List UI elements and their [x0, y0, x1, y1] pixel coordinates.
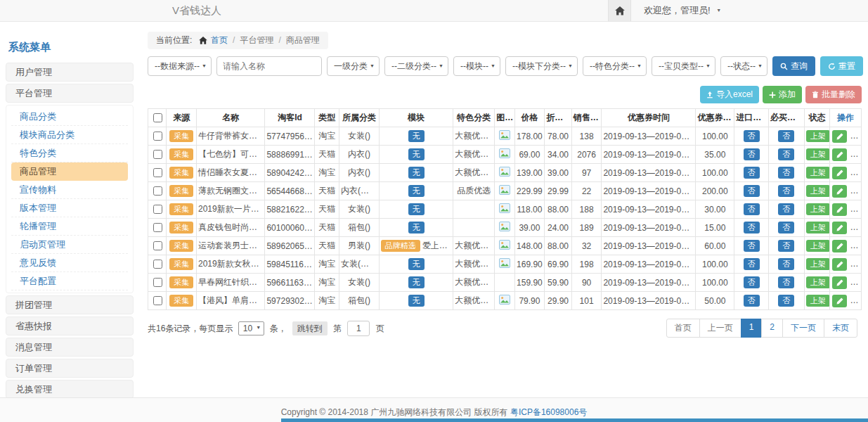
- edit-button[interactable]: [832, 167, 847, 179]
- must-buy-badge[interactable]: 否: [778, 258, 794, 270]
- pager-button[interactable]: 上一页: [699, 319, 741, 338]
- reset-button[interactable]: 重置: [820, 56, 863, 76]
- import-select-badge[interactable]: 否: [744, 240, 760, 252]
- row-checkbox[interactable]: [153, 150, 162, 159]
- status-badge[interactable]: 上架: [806, 240, 830, 252]
- module-sub-select[interactable]: --模块下分类--: [505, 56, 578, 76]
- sidebar-item[interactable]: 商品管理: [11, 162, 128, 181]
- must-buy-badge[interactable]: 否: [778, 203, 794, 215]
- category1-select[interactable]: 一级分类: [327, 56, 380, 76]
- module-select[interactable]: --模块--: [453, 56, 500, 76]
- status-badge[interactable]: 上架: [806, 167, 830, 179]
- add-button[interactable]: 添加: [763, 86, 802, 103]
- import-select-badge[interactable]: 否: [744, 167, 760, 179]
- edit-button[interactable]: [832, 222, 847, 234]
- import-select-badge[interactable]: 否: [744, 276, 760, 288]
- must-buy-badge[interactable]: 否: [778, 276, 794, 288]
- must-buy-badge[interactable]: 否: [778, 130, 794, 142]
- delete-button[interactable]: [851, 203, 862, 216]
- pager-button[interactable]: 下一页: [782, 319, 824, 338]
- name-search-input[interactable]: [216, 56, 322, 76]
- edit-button[interactable]: [832, 240, 847, 252]
- edit-button[interactable]: [832, 185, 847, 198]
- status-badge[interactable]: 上架: [806, 203, 830, 215]
- edit-button[interactable]: [832, 295, 847, 307]
- must-buy-badge[interactable]: 否: [778, 240, 794, 252]
- import-select-badge[interactable]: 否: [744, 130, 760, 142]
- import-select-badge[interactable]: 否: [744, 148, 760, 160]
- row-checkbox[interactable]: [153, 132, 162, 141]
- pager-button[interactable]: 首页: [666, 319, 700, 338]
- per-page-select[interactable]: 10: [238, 321, 264, 335]
- sidebar-group[interactable]: 用户管理: [6, 63, 134, 82]
- row-checkbox[interactable]: [153, 186, 162, 196]
- delete-button[interactable]: [851, 295, 862, 307]
- import-select-badge[interactable]: 否: [744, 258, 760, 270]
- status-badge[interactable]: 上架: [806, 130, 830, 142]
- delete-button[interactable]: [851, 148, 862, 161]
- sidebar-group[interactable]: 订单管理: [6, 359, 134, 378]
- breadcrumb-home-link[interactable]: 首页: [211, 35, 228, 45]
- home-button[interactable]: [608, 0, 631, 21]
- pager-button[interactable]: 2: [761, 319, 783, 338]
- page-number-input[interactable]: [347, 321, 370, 336]
- import-select-badge[interactable]: 否: [744, 185, 760, 197]
- horizontal-scrollbar-thumb[interactable]: [281, 418, 868, 422]
- must-buy-badge[interactable]: 否: [778, 222, 794, 234]
- sidebar-item[interactable]: 特色分类: [11, 144, 128, 162]
- sidebar-item[interactable]: 启动页管理: [11, 236, 128, 254]
- row-checkbox[interactable]: [153, 260, 162, 269]
- delete-button[interactable]: [851, 167, 862, 179]
- status-badge[interactable]: 上架: [806, 258, 830, 270]
- must-buy-badge[interactable]: 否: [778, 167, 794, 179]
- status-badge[interactable]: 上架: [806, 295, 830, 307]
- edit-button[interactable]: [832, 203, 847, 216]
- sidebar-group[interactable]: 消息管理: [6, 338, 134, 357]
- delete-button[interactable]: [851, 222, 862, 234]
- category2-select[interactable]: --二级分类--: [384, 56, 448, 76]
- bulk-delete-button[interactable]: 批量删除: [805, 86, 862, 103]
- edit-button[interactable]: [832, 276, 847, 289]
- status-select[interactable]: --状态--: [720, 56, 767, 76]
- sidebar-item[interactable]: 模块商品分类: [11, 126, 128, 144]
- must-buy-badge[interactable]: 否: [778, 295, 794, 307]
- sidebar-item[interactable]: 商品分类: [11, 108, 128, 126]
- import-excel-button[interactable]: 导入excel: [700, 86, 759, 103]
- import-select-badge[interactable]: 否: [744, 295, 760, 307]
- sidebar-item[interactable]: 意见反馈: [11, 254, 128, 272]
- status-badge[interactable]: 上架: [806, 276, 830, 288]
- jump-button[interactable]: 跳转到: [292, 321, 328, 335]
- row-checkbox[interactable]: [153, 241, 162, 250]
- row-checkbox[interactable]: [153, 205, 162, 214]
- item-type-select[interactable]: --宝贝类型--: [652, 56, 715, 76]
- pager-button[interactable]: 1: [741, 319, 763, 338]
- delete-button[interactable]: [851, 258, 862, 271]
- sidebar-item[interactable]: 平台配置: [11, 272, 128, 290]
- status-badge[interactable]: 上架: [806, 148, 830, 160]
- feature-select[interactable]: --特色分类--: [583, 56, 647, 76]
- delete-button[interactable]: [851, 276, 862, 289]
- row-checkbox[interactable]: [153, 223, 162, 232]
- sidebar-group[interactable]: 省惠快报: [6, 316, 134, 335]
- delete-button[interactable]: [851, 185, 862, 198]
- sidebar-group[interactable]: 兑换管理: [6, 380, 134, 399]
- row-checkbox[interactable]: [153, 168, 162, 177]
- select-all-checkbox[interactable]: [153, 113, 162, 122]
- data-source-select[interactable]: --数据来源--: [148, 56, 212, 76]
- must-buy-badge[interactable]: 否: [778, 185, 794, 197]
- delete-button[interactable]: [851, 130, 862, 143]
- user-menu[interactable]: 欢迎您，管理员!: [644, 4, 721, 17]
- must-buy-badge[interactable]: 否: [778, 148, 794, 160]
- status-badge[interactable]: 上架: [806, 185, 830, 197]
- edit-button[interactable]: [832, 148, 847, 161]
- search-button[interactable]: 查询: [772, 56, 815, 76]
- pager-button[interactable]: 末页: [824, 319, 857, 338]
- sidebar-group[interactable]: 拼团管理: [6, 295, 134, 314]
- sidebar-item[interactable]: 版本管理: [11, 199, 128, 217]
- sidebar-item[interactable]: 轮播管理: [11, 217, 128, 236]
- icp-link[interactable]: 粤ICP备16098006号: [510, 407, 587, 417]
- import-select-badge[interactable]: 否: [744, 203, 760, 215]
- sidebar-item[interactable]: 宣传物料: [11, 181, 128, 199]
- edit-button[interactable]: [832, 130, 847, 143]
- edit-button[interactable]: [832, 258, 847, 271]
